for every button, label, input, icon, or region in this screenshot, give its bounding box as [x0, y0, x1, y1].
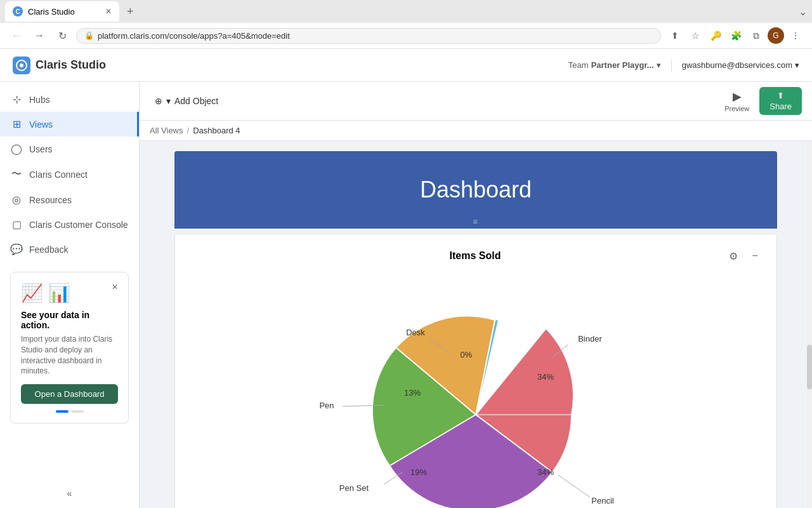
sidebar-label-resources: Resources: [29, 195, 72, 205]
breadcrumb-separator: /: [187, 126, 190, 135]
sidebar-collapse-button[interactable]: «: [0, 481, 139, 506]
sidebar-item-views[interactable]: ⊞ Views: [0, 112, 139, 137]
sidebar-item-customer-console[interactable]: ▢ Claris Customer Console: [0, 212, 139, 237]
share-label: Share: [769, 102, 792, 111]
add-object-button[interactable]: ⊕ ▾ Add Object: [150, 93, 223, 109]
password-manager-button[interactable]: 🔑: [707, 27, 724, 44]
promo-close-button[interactable]: ✕: [112, 283, 118, 291]
preview-button[interactable]: ▶ Preview: [719, 87, 754, 115]
browser-chrome: C Claris Studio ✕ + ⌄ ← → ↻ 🔒 platform.c…: [0, 0, 812, 49]
svg-line-9: [558, 475, 590, 497]
team-selector[interactable]: Team Partner Playgr... ▾: [568, 60, 661, 70]
sidebar: ⊹ Hubs ⊞ Views ◯ Users 〜 Claris Connect …: [0, 82, 140, 508]
reload-button[interactable]: ↻: [53, 27, 71, 44]
scrollbar-track: [807, 141, 812, 508]
promo-dot-2: [71, 410, 84, 413]
share-button[interactable]: ⬆ Share: [759, 87, 802, 115]
sidebar-label-claris-connect: Claris Connect: [29, 170, 88, 180]
sidebar-item-claris-connect[interactable]: 〜 Claris Connect: [0, 161, 139, 187]
address-bar[interactable]: 🔒 platform.claris.com/console/apps?a=405…: [76, 28, 661, 44]
share-page-button[interactable]: ⬆: [666, 27, 684, 44]
sidebar-item-feedback[interactable]: 💬 Feedback: [0, 237, 139, 262]
pct-pencil: 34%: [537, 467, 554, 477]
users-icon: ◯: [10, 143, 23, 155]
browser-nav-bar: ← → ↻ 🔒 platform.claris.com/console/apps…: [0, 23, 812, 49]
pct-penset: 19%: [410, 467, 427, 477]
promo-card: ✕ 📈 📊 See your data in action. Import yo…: [10, 272, 129, 424]
preview-icon: ▶: [733, 90, 742, 104]
header-divider: [671, 59, 672, 72]
preview-label: Preview: [724, 105, 749, 112]
app-container: Claris Studio Team Partner Playgr... ▾ g…: [0, 49, 812, 508]
browser-tabs-bar: C Claris Studio ✕ + ⌄: [0, 0, 812, 23]
chart-minimize-button[interactable]: −: [746, 247, 764, 265]
promo-pagination: [21, 410, 118, 413]
app-logo-text: Claris Studio: [36, 58, 106, 72]
sidebar-item-resources[interactable]: ◎ Resources: [0, 187, 139, 212]
promo-dot-1: [56, 410, 69, 413]
url-text: platform.claris.com/console/apps?a=405&m…: [98, 31, 290, 41]
dashboard-handle: ≡: [473, 217, 478, 226]
sidebar-label-hubs: Hubs: [29, 95, 50, 105]
breadcrumb: All Views / Dashboard 4: [140, 121, 812, 141]
team-chevron-icon: ▾: [657, 60, 661, 70]
sidebar-label-feedback: Feedback: [29, 244, 68, 255]
logo-icon: [13, 57, 30, 74]
chart-card-header: Items Sold ⚙ −: [188, 247, 764, 265]
pct-desk: 0%: [461, 350, 473, 359]
label-pen: Pen: [319, 401, 334, 410]
team-name: Partner Playgr...: [591, 60, 654, 70]
dashboard-header[interactable]: Dashboard ≡: [174, 151, 777, 229]
toolbar-left: ⊕ ▾ Add Object: [150, 93, 223, 109]
hubs-icon: ⊹: [10, 93, 23, 105]
chart-card: Items Sold ⚙ −: [174, 234, 777, 508]
forward-button[interactable]: →: [30, 27, 48, 44]
back-button[interactable]: ←: [8, 27, 25, 44]
chart-title: Items Sold: [226, 250, 724, 262]
breadcrumb-all-views[interactable]: All Views: [150, 126, 183, 135]
dashboard-title: Dashboard: [187, 177, 764, 203]
tab-controls[interactable]: ⌄: [799, 6, 807, 18]
team-label: Team: [568, 60, 589, 70]
nav-actions: ⬆ ☆ 🔑 🧩 ⧉ G ⋮: [666, 27, 804, 44]
new-tab-button[interactable]: +: [122, 5, 139, 18]
email-chevron-icon: ▾: [795, 60, 799, 70]
pct-binder: 34%: [537, 372, 554, 382]
resources-icon: ◎: [10, 194, 23, 206]
chevron-down-icon: ▾: [166, 96, 171, 106]
app-header: Claris Studio Team Partner Playgr... ▾ g…: [0, 49, 812, 82]
label-desk: Desk: [406, 328, 425, 337]
extensions-button[interactable]: 🧩: [727, 27, 745, 44]
open-dashboard-button[interactable]: Open a Dashboard: [21, 384, 118, 404]
chart-settings-button[interactable]: ⚙: [724, 247, 742, 265]
main-content: ⊹ Hubs ⊞ Views ◯ Users 〜 Claris Connect …: [0, 82, 812, 508]
app-logo: Claris Studio: [13, 57, 106, 74]
active-tab[interactable]: C Claris Studio ✕: [5, 1, 119, 22]
breadcrumb-current: Dashboard 4: [193, 126, 240, 135]
views-icon: ⊞: [10, 118, 23, 130]
scrollbar-thumb[interactable]: [807, 345, 812, 389]
pie-chart-container: Binder 34% Pencil 34% Pen Set 19% Pen: [188, 275, 764, 508]
user-email[interactable]: gwashburne@dbservices.com ▾: [682, 60, 799, 70]
label-binder: Binder: [578, 334, 602, 344]
sidebar-label-users: Users: [29, 144, 53, 154]
sidebar-item-users[interactable]: ◯ Users: [0, 137, 139, 161]
split-view-button[interactable]: ⧉: [747, 27, 765, 44]
sidebar-label-customer-console: Claris Customer Console: [29, 220, 128, 230]
workspace-toolbar: ⊕ ▾ Add Object ▶ Preview ⬆ Share: [140, 82, 812, 121]
browser-menu-button[interactable]: ⋮: [787, 27, 804, 44]
svg-point-1: [20, 64, 23, 67]
promo-chart-icon: 📈: [21, 283, 43, 304]
promo-icons: 📈 📊: [21, 283, 112, 304]
bookmark-button[interactable]: ☆: [686, 27, 704, 44]
browser-user-avatar[interactable]: G: [768, 27, 784, 44]
sidebar-item-hubs[interactable]: ⊹ Hubs: [0, 87, 139, 112]
toolbar-right: ▶ Preview ⬆ Share: [719, 87, 802, 115]
app-header-right: Team Partner Playgr... ▾ gwashburne@dbse…: [568, 59, 799, 72]
customer-console-icon: ▢: [10, 218, 23, 231]
pct-pen: 13%: [404, 388, 421, 398]
tab-close-btn[interactable]: ✕: [105, 7, 112, 16]
promo-title: See your data in action.: [21, 310, 118, 330]
email-text: gwashburne@dbservices.com: [682, 60, 792, 70]
pie-chart-svg: Binder 34% Pencil 34% Pen Set 19% Pen: [279, 288, 672, 508]
